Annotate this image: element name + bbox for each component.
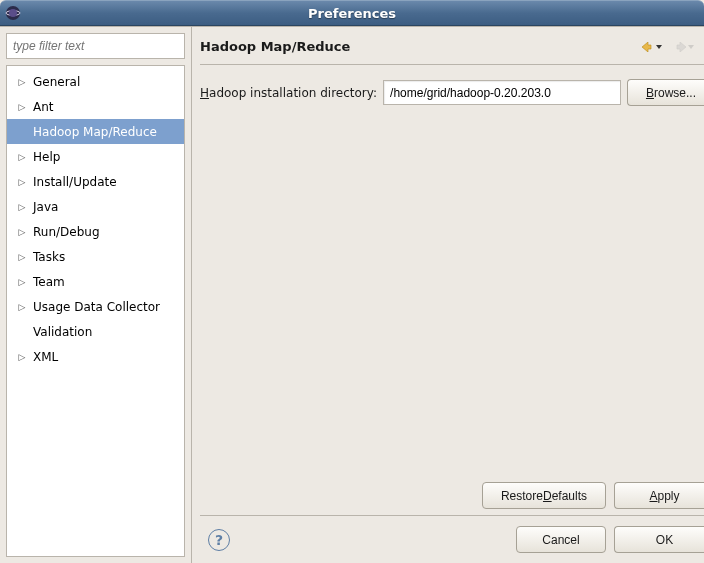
arrow-left-icon	[642, 42, 654, 52]
tree-item-label: Team	[33, 275, 65, 289]
nav-back-button[interactable]	[642, 42, 662, 52]
tree-item[interactable]: ▷Run/Debug	[7, 219, 184, 244]
svg-point-2	[9, 9, 17, 17]
page-body: Hadoop installation directory: Browse...…	[200, 65, 704, 555]
install-dir-label: Hadoop installation directory:	[200, 86, 377, 100]
install-dir-row: Hadoop installation directory: Browse...	[200, 79, 704, 106]
install-dir-input[interactable]	[383, 80, 621, 105]
tree-item[interactable]: ▷Java	[7, 194, 184, 219]
tree-item-label: General	[33, 75, 80, 89]
page-title: Hadoop Map/Reduce	[200, 39, 350, 54]
tree-item[interactable]: ▷Tasks	[7, 244, 184, 269]
tree-item[interactable]: Hadoop Map/Reduce	[7, 119, 184, 144]
tree-item-label: Install/Update	[33, 175, 117, 189]
tree-item-label: Run/Debug	[33, 225, 100, 239]
tree-item[interactable]: Validation	[7, 319, 184, 344]
expand-icon[interactable]: ▷	[15, 200, 29, 214]
page-header: Hadoop Map/Reduce	[200, 35, 704, 65]
cancel-button[interactable]: Cancel	[516, 526, 606, 553]
restore-defaults-button[interactable]: Restore Defaults	[482, 482, 606, 509]
tree-item-label: Hadoop Map/Reduce	[33, 125, 157, 139]
titlebar[interactable]: Preferences	[0, 0, 704, 26]
expand-icon[interactable]: ▷	[15, 350, 29, 364]
preferences-window: Preferences ▷General▷AntHadoop Map/Reduc…	[0, 0, 704, 563]
expand-icon[interactable]: ▷	[15, 225, 29, 239]
tree-item[interactable]: ▷Ant	[7, 94, 184, 119]
tree-item-label: Help	[33, 150, 60, 164]
filter-input[interactable]	[6, 33, 185, 59]
tree-item-label: XML	[33, 350, 58, 364]
tree-item[interactable]: ▷Usage Data Collector	[7, 294, 184, 319]
dialog-buttons: ? Cancel OK	[200, 516, 704, 555]
expand-icon[interactable]: ▷	[15, 75, 29, 89]
expand-icon[interactable]: ▷	[15, 250, 29, 264]
tree-item[interactable]: ▷General	[7, 69, 184, 94]
preferences-tree[interactable]: ▷General▷AntHadoop Map/Reduce▷Help▷Insta…	[6, 65, 185, 557]
tree-item[interactable]: ▷Install/Update	[7, 169, 184, 194]
main-panel: Hadoop Map/Reduce	[192, 27, 704, 563]
ok-button[interactable]: OK	[614, 526, 704, 553]
dropdown-caret-icon	[656, 44, 662, 50]
spacer	[200, 106, 704, 476]
expand-icon[interactable]: ▷	[15, 175, 29, 189]
eclipse-app-icon	[0, 5, 26, 21]
tree-item[interactable]: ▷Team	[7, 269, 184, 294]
tree-item-label: Ant	[33, 100, 54, 114]
apply-button[interactable]: Apply	[614, 482, 704, 509]
browse-button[interactable]: Browse...	[627, 79, 704, 106]
page-buttons: Restore Defaults Apply	[200, 476, 704, 516]
content-area: ▷General▷AntHadoop Map/Reduce▷Help▷Insta…	[0, 26, 704, 563]
arrow-right-icon	[674, 42, 686, 52]
dropdown-caret-icon	[688, 44, 694, 50]
expand-icon[interactable]: ▷	[15, 300, 29, 314]
nav-arrows	[642, 42, 700, 52]
tree-item-label: Java	[33, 200, 58, 214]
tree-item-label: Tasks	[33, 250, 65, 264]
expand-icon[interactable]: ▷	[15, 100, 29, 114]
expand-icon[interactable]: ▷	[15, 150, 29, 164]
window-title: Preferences	[0, 6, 704, 21]
tree-item[interactable]: ▷XML	[7, 344, 184, 369]
tree-item-label: Validation	[33, 325, 92, 339]
tree-item[interactable]: ▷Help	[7, 144, 184, 169]
nav-forward-button[interactable]	[674, 42, 694, 52]
tree-item-label: Usage Data Collector	[33, 300, 160, 314]
help-icon[interactable]: ?	[208, 529, 230, 551]
expand-icon[interactable]: ▷	[15, 275, 29, 289]
sidebar: ▷General▷AntHadoop Map/Reduce▷Help▷Insta…	[0, 27, 192, 563]
